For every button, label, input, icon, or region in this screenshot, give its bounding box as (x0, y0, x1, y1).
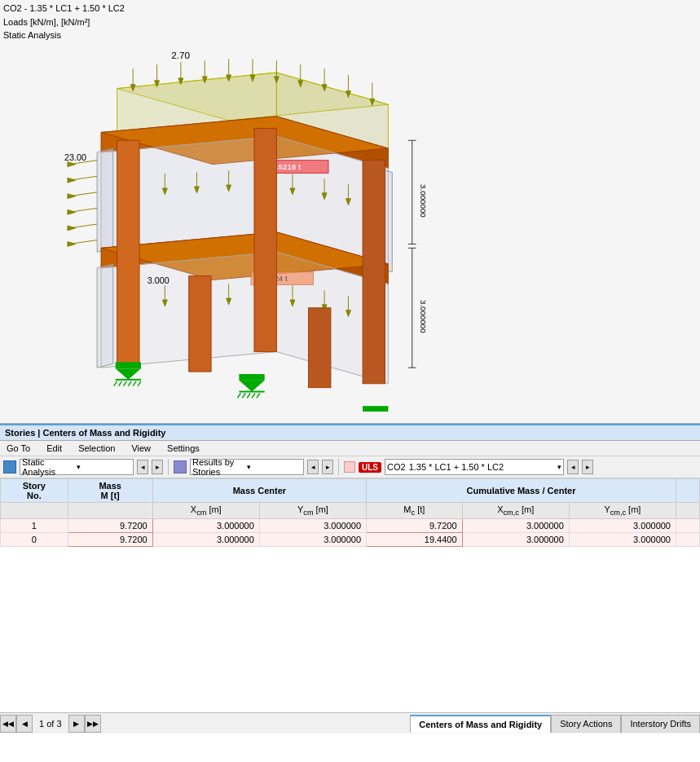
svg-line-109 (252, 393, 255, 398)
cell-mc: 19.4400 (367, 533, 463, 547)
panel-title: Stories | Centers of Mass and Rigidity (0, 424, 700, 441)
results-select[interactable]: Results by Stories ▾ (190, 459, 304, 475)
analysis-prev-btn[interactable]: ◂ (137, 460, 148, 474)
menu-goto[interactable]: Go To (5, 443, 32, 454)
cell-xcmc: 3.000000 (462, 533, 569, 547)
results-prev-btn[interactable]: ◂ (307, 460, 319, 474)
cell-mass: 9.7200 (68, 519, 152, 533)
cell-xcmc: 3.000000 (462, 519, 569, 533)
svg-line-102 (138, 381, 141, 386)
first-page-btn[interactable]: ◀◀ (0, 715, 16, 733)
menu-bar: Go To Edit Selection View Settings (0, 441, 700, 456)
col-masscenter-header: Mass Center (152, 479, 366, 503)
svg-marker-38 (68, 178, 76, 183)
svg-line-101 (133, 381, 136, 386)
results-icon (174, 460, 187, 473)
menu-view[interactable]: View (130, 443, 152, 454)
subh-xcmc: Xcm,c [m] (462, 503, 569, 519)
table-row: 0 9.7200 3.000000 3.000000 19.4400 3.000… (1, 533, 700, 547)
svg-text:3.000000: 3.000000 (419, 300, 428, 333)
svg-marker-46 (68, 242, 76, 247)
svg-line-107 (242, 393, 245, 398)
svg-line-99 (123, 381, 126, 386)
svg-rect-103 (239, 374, 264, 381)
svg-marker-104 (239, 381, 264, 392)
combo-dropdown-icon: ▾ (557, 463, 561, 471)
results-table: StoryNo. MassM [t] Mass Center Cumulativ… (0, 478, 700, 547)
dropdown-icon: ▾ (77, 463, 131, 471)
tab-interstory-drifts[interactable]: Interstory Drifts (621, 715, 700, 733)
svg-text:3.000: 3.000 (147, 275, 169, 285)
analysis-select[interactable]: Static Analysis ▾ (20, 459, 134, 475)
cell-xcm: 3.000000 (152, 519, 259, 533)
table-container: StoryNo. MassM [t] Mass Center Cumulativ… (0, 478, 700, 712)
svg-marker-44 (68, 226, 76, 231)
last-page-btn[interactable]: ▶▶ (85, 715, 101, 733)
cell-story: 0 (1, 533, 68, 547)
svg-line-98 (119, 381, 122, 386)
subh-xcm: Xcm [m] (152, 503, 259, 519)
svg-rect-92 (189, 276, 211, 372)
cell-xcm: 3.000000 (152, 533, 259, 547)
menu-selection[interactable]: Selection (77, 443, 117, 454)
cell-ycm: 3.000000 (259, 533, 366, 547)
menu-edit[interactable]: Edit (45, 443, 64, 454)
combo-select[interactable]: CO2 1.35 * LC1 + 1.50 * LC2 ▾ (385, 459, 564, 475)
building-3d: 2.70 4.5216 t 23.00 (49, 37, 456, 412)
svg-rect-90 (254, 129, 276, 352)
cell-mass: 9.7200 (68, 533, 152, 547)
svg-marker-95 (116, 368, 141, 380)
svg-marker-40 (68, 194, 76, 199)
svg-line-100 (128, 381, 131, 386)
cell-ycmc: 3.000000 (569, 519, 676, 533)
subh-mc: Mc [t] (367, 503, 463, 519)
cell-story: 1 (1, 519, 68, 533)
tab-story-actions[interactable]: Story Actions (551, 715, 621, 733)
col-cummass-header: Cumulative Mass / Center (367, 479, 676, 503)
svg-line-108 (247, 393, 250, 398)
svg-text:23.00: 23.00 (64, 152, 86, 162)
col-mass-header: MassM [t] (68, 479, 152, 503)
svg-rect-94 (116, 362, 141, 368)
svg-rect-91 (363, 161, 385, 384)
svg-text:2.70: 2.70 (171, 50, 190, 60)
results-next-btn[interactable]: ▸ (322, 460, 333, 474)
subh-ycmc: Ycm,c [m] (569, 503, 676, 519)
prev-page-btn[interactable]: ◀ (16, 715, 33, 733)
combo-prev-btn[interactable]: ◂ (567, 460, 579, 474)
subh-story (1, 503, 68, 519)
svg-line-97 (114, 381, 117, 386)
bottom-nav: ◀◀ ◀ 1 of 3 ▶ ▶▶ Centers of Mass and Rig… (0, 712, 700, 733)
svg-marker-71 (97, 264, 113, 368)
svg-rect-93 (309, 308, 331, 388)
combo-next-btn[interactable]: ▸ (582, 460, 593, 474)
toolbar: Static Analysis ▾ ◂ ▸ Results by Stories… (0, 456, 700, 478)
viewport: CO2 - 1.35 * LC1 + 1.50 * LC2 Loads [kN/… (0, 0, 700, 424)
loads-label: Loads [kN/m], [kN/m²] (3, 15, 125, 29)
menu-settings[interactable]: Settings (165, 443, 201, 454)
table-row: 1 9.7200 3.000000 3.000000 9.7200 3.0000… (1, 519, 700, 533)
tab-centers-mass[interactable]: Centers of Mass and Rigidity (410, 715, 551, 733)
combo-title: CO2 - 1.35 * LC1 + 1.50 * LC2 (3, 2, 125, 15)
next-page-btn[interactable]: ▶ (68, 715, 85, 733)
color-swatch (344, 461, 355, 473)
cell-ycm: 3.000000 (259, 519, 366, 533)
col-story-header: StoryNo. (1, 479, 68, 503)
svg-line-106 (237, 393, 240, 398)
svg-text:3.000000: 3.000000 (419, 184, 428, 218)
svg-marker-36 (68, 162, 76, 167)
svg-marker-42 (68, 209, 76, 214)
subh-m (68, 503, 152, 519)
svg-line-110 (257, 393, 260, 398)
panel: Stories | Centers of Mass and Rigidity G… (0, 424, 700, 733)
cell-mc: 9.7200 (367, 519, 463, 533)
uls-badge: ULS (359, 462, 381, 473)
page-info: 1 of 3 (33, 719, 68, 729)
subh-ycm: Ycm [m] (259, 503, 366, 519)
analysis-next-btn[interactable]: ▸ (152, 460, 163, 474)
cell-ycmc: 3.000000 (569, 533, 676, 547)
svg-rect-89 (117, 140, 139, 363)
svg-marker-33 (97, 148, 113, 252)
results-dropdown-icon: ▾ (247, 463, 302, 471)
analysis-icon (3, 460, 16, 473)
